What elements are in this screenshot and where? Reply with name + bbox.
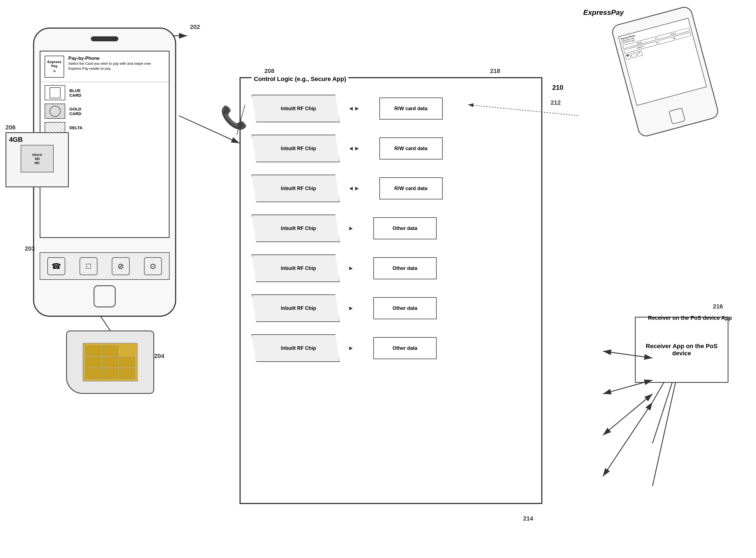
blue-card-label: BLUECARD [69, 88, 81, 98]
data-box-1: R/W card data [380, 98, 443, 120]
arrow-1: ◄► [348, 105, 360, 112]
sim-cell-6 [119, 357, 135, 367]
phone-icon-square[interactable]: □ [80, 257, 98, 275]
express-pay-top-label: ExpressPay [583, 8, 624, 17]
sd-label-4gb: 4GB [9, 136, 65, 144]
phone-home-button[interactable] [94, 285, 115, 307]
sd-hc-label: HC [35, 161, 40, 165]
rf-row-7: Inbuilt RF Chip ► Other data [252, 334, 530, 362]
ref-212: 212 [551, 99, 561, 106]
data-box-3: R/W card data [380, 177, 443, 199]
rf-row-6: Inbuilt RF Chip ► Other data [252, 295, 530, 322]
arrow-7: ► [348, 345, 354, 352]
sd-micro-label: micro [32, 153, 42, 157]
sd-inner: micro SD HC [21, 145, 54, 172]
card-item-gold: GOLDCARD [45, 104, 165, 119]
sd-sd-label: SD [35, 157, 40, 161]
rf-chip-3: Inbuilt RF Chip [252, 175, 340, 202]
rf-chip-1: Inbuilt RF Chip [252, 95, 340, 122]
pay-by-phone-title: Pay-by-Phone [68, 56, 165, 61]
receiver-app-box: Receiver App on the PoS device [635, 317, 728, 383]
rf-row-5: Inbuilt RF Chip ► Other data [252, 254, 530, 282]
delta-card-icon [45, 122, 65, 133]
control-logic-box: Control Logic (e.g., Secure App) 210 Inb… [239, 77, 542, 504]
rf-row-2: Inbuilt RF Chip ◄► R/W card data [252, 135, 530, 162]
ref-208: 208 [264, 68, 275, 75]
sim-card [66, 330, 154, 394]
arrow-5: ► [348, 265, 354, 272]
express-pay-logo-line1: Express [47, 60, 61, 64]
sim-cell-2 [102, 346, 118, 356]
card-item-blue: BLUECARD [45, 85, 165, 100]
sd-card: 4GB micro SD HC [5, 132, 69, 187]
sim-cell-1 [85, 346, 101, 356]
express-pay-logo-line2: Pay [51, 64, 57, 68]
control-logic-label: Control Logic (e.g., Secure App) [252, 75, 348, 83]
card-item-delta: DELTA [45, 122, 165, 133]
rf-chip-6: Inbuilt RF Chip [252, 295, 340, 322]
svg-line-17 [603, 402, 652, 477]
blue-card-icon [45, 85, 65, 100]
screen-text-block: Pay-by-Phone Select the Card you wish to… [68, 56, 165, 78]
arrow-6: ► [348, 305, 354, 312]
data-box-4: Other data [373, 217, 437, 239]
express-pay-logo: Express Pay » [45, 56, 64, 78]
rf-rows-container: Inbuilt RF Chip ◄► R/W card data Inbuilt… [252, 95, 530, 374]
rf-chip-5: Inbuilt RF Chip [252, 254, 340, 282]
gold-card-label: GOLDCARD [69, 107, 81, 116]
pay-by-phone-subtitle: Select the Card you wish to pay with and… [68, 61, 165, 71]
small-phone: Pay-by-Phone Select the Cardyou wish to … [610, 5, 720, 138]
phone-icon-slash[interactable]: ⊘ [112, 257, 130, 275]
sim-cell-5 [102, 357, 118, 367]
receiver-pos-label: Receiver on the PoS device App [637, 314, 742, 322]
gold-card-icon [45, 104, 65, 119]
data-box-2: R/W card data [380, 137, 443, 159]
small-phone-home-btn [669, 108, 685, 125]
rf-row-3: Inbuilt RF Chip ◄► R/W card data [252, 175, 530, 202]
sim-cell-9 [119, 368, 135, 379]
rf-chip-2: Inbuilt RF Chip [252, 135, 340, 162]
sim-inner [83, 343, 138, 381]
data-box-6: Other data [373, 297, 437, 319]
phone-icon-call[interactable]: ☎ [47, 257, 65, 275]
sim-cell-4 [85, 357, 101, 367]
ref-202: 202 [190, 23, 200, 31]
arrow-3: ◄► [348, 185, 360, 192]
phone-speaker [91, 36, 119, 41]
sim-cell-3 [119, 346, 135, 356]
rf-chip-7: Inbuilt RF Chip [252, 334, 340, 362]
arrow-4: ► [348, 225, 354, 232]
ref-206: 206 [5, 124, 16, 131]
screen-header: Express Pay » Pay-by-Phone Select the Ca… [41, 51, 169, 82]
delta-card-label: DELTA [69, 125, 83, 130]
ref-203: 203 [25, 245, 35, 252]
svg-line-16 [603, 394, 652, 435]
phone-bottom-bar: ☎ □ ⊘ ⊙ [40, 252, 170, 280]
express-pay-arrows: » [53, 68, 56, 74]
ref-216: 216 [713, 303, 723, 310]
ref-214: 214 [523, 515, 533, 522]
data-box-5: Other data [373, 257, 437, 279]
ref-218: 218 [490, 68, 500, 75]
rf-row-4: Inbuilt RF Chip ► Other data [252, 214, 530, 242]
small-phone-screen: Pay-by-Phone Select the Cardyou wish to … [618, 18, 707, 106]
receiver-app-label: Receiver App on the PoS device [641, 343, 722, 357]
data-box-7: Other data [373, 337, 437, 359]
ref-210: 210 [552, 84, 563, 92]
sim-cell-7 [85, 368, 101, 379]
phone-icon-music[interactable]: ⊙ [144, 257, 162, 275]
ref-204: 204 [154, 353, 164, 360]
rf-chip-4: Inbuilt RF Chip [252, 214, 340, 242]
card-list: BLUECARD GOLDCARD DELTA [41, 82, 169, 139]
sim-cell-8 [102, 368, 118, 379]
arrow-2: ◄► [348, 145, 360, 152]
rf-row-1: Inbuilt RF Chip ◄► R/W card data [252, 95, 530, 122]
